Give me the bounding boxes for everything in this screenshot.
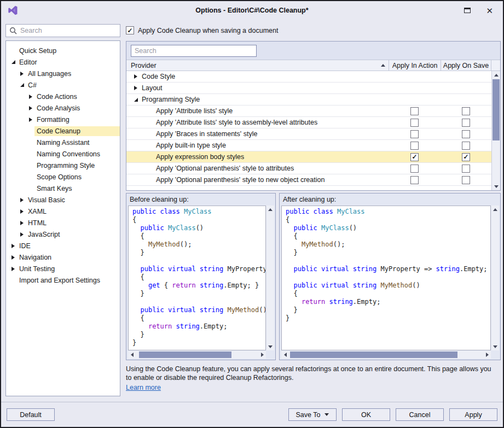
close-button[interactable]: ✕ xyxy=(486,7,493,15)
collapsed-icon[interactable] xyxy=(27,106,34,110)
in-action-checkbox[interactable] xyxy=(410,142,419,150)
tree-item-scope-options[interactable]: Scope Options xyxy=(6,171,120,183)
default-button[interactable]: Default xyxy=(7,408,55,421)
scroll-thumb[interactable] xyxy=(139,351,231,358)
provider-row-apply-optional-parenthesis-style-to-new-object-creation[interactable]: Apply 'Optional parenthesis' style to ne… xyxy=(126,174,491,186)
after-code-box[interactable]: public class MyClass{ public MyClass() {… xyxy=(281,206,491,350)
provider-row-apply-braces-in-statements-style[interactable]: Apply 'Braces in statements' style xyxy=(126,128,491,140)
tree-item-quick-setup[interactable]: Quick Setup xyxy=(6,45,120,56)
tree-item-formatting[interactable]: Formatting xyxy=(6,114,120,125)
collapsed-icon[interactable] xyxy=(9,267,17,271)
collapsed-icon[interactable] xyxy=(9,255,17,260)
tree-item-naming-conventions[interactable]: Naming Conventions xyxy=(6,148,120,160)
on-save-checkbox[interactable] xyxy=(462,165,470,173)
tree-item-label: Naming Conventions xyxy=(34,149,102,159)
tree-item-c#[interactable]: C# xyxy=(6,79,120,91)
tree-item-visual-basic[interactable]: Visual Basic xyxy=(6,194,120,206)
tree-item-import-and-export-settings[interactable]: Import and Export Settings xyxy=(6,274,120,286)
provider-group-row-programming-style[interactable]: Programming Style xyxy=(126,94,491,105)
on-save-checkbox[interactable] xyxy=(462,142,470,150)
tree-item-code-analysis[interactable]: Code Analysis xyxy=(6,102,120,114)
save-to-button[interactable]: Save To xyxy=(288,408,337,421)
scroll-down-button[interactable] xyxy=(491,343,499,350)
on-save-checkbox-cell xyxy=(441,165,491,173)
provider-column-header[interactable]: Provider xyxy=(126,60,389,71)
on-save-checkbox[interactable]: ✓ xyxy=(462,153,470,161)
in-action-checkbox[interactable]: ✓ xyxy=(410,153,419,161)
on-save-checkbox[interactable] xyxy=(462,107,470,115)
collapsed-icon[interactable] xyxy=(18,198,26,202)
scroll-up-button[interactable] xyxy=(492,71,500,79)
collapsed-icon[interactable] xyxy=(18,209,26,214)
collapsed-icon[interactable] xyxy=(132,86,140,90)
scroll-right-button[interactable] xyxy=(483,351,491,359)
learn-more-link[interactable]: Learn more xyxy=(126,383,161,392)
after-hscrollbar[interactable] xyxy=(281,351,491,359)
provider-row-apply-built-in-type-style[interactable]: Apply built-in type style xyxy=(126,140,491,151)
in-action-checkbox[interactable] xyxy=(410,176,419,184)
on-save-checkbox[interactable] xyxy=(462,176,470,184)
in-action-checkbox[interactable] xyxy=(410,107,419,115)
on-save-checkbox[interactable] xyxy=(462,130,470,138)
scroll-left-button[interactable] xyxy=(281,351,289,359)
in-action-checkbox[interactable] xyxy=(410,119,419,127)
code-line: } xyxy=(286,314,490,323)
expanded-icon[interactable] xyxy=(132,98,140,102)
scroll-thumb[interactable] xyxy=(290,351,457,358)
apply-button[interactable]: Apply xyxy=(449,408,497,421)
tree-item-ide[interactable]: IDE xyxy=(6,240,120,251)
maximize-button[interactable] xyxy=(464,8,471,13)
in-action-checkbox[interactable] xyxy=(410,165,419,173)
provider-row-apply-optional-parenthesis-style-to-attributes[interactable]: Apply 'Optional parenthesis' style to at… xyxy=(126,163,491,174)
tree-item-html[interactable]: HTML xyxy=(6,217,120,228)
scroll-left-button[interactable] xyxy=(128,351,136,359)
collapsed-icon[interactable] xyxy=(18,72,26,76)
grid-vscrollbar[interactable] xyxy=(491,71,500,190)
collapsed-icon[interactable] xyxy=(18,232,26,237)
tree-item-navigation[interactable]: Navigation xyxy=(6,251,120,263)
expanded-icon[interactable] xyxy=(18,83,26,87)
tree-item-editor[interactable]: Editor xyxy=(6,56,120,68)
scroll-down-button[interactable] xyxy=(492,183,500,190)
sidebar-search[interactable] xyxy=(5,24,120,37)
provider-row-apply-expression-body-styles[interactable]: Apply expression body styles✓✓ xyxy=(126,151,491,163)
collapsed-icon[interactable] xyxy=(18,221,26,225)
tree-item-naming-assistant[interactable]: Naming Assistant xyxy=(6,137,120,148)
provider-row-apply-attribute-lists-style[interactable]: Apply 'Attribute lists' style xyxy=(126,105,491,117)
cancel-button[interactable]: Cancel xyxy=(396,408,444,421)
collapsed-icon[interactable] xyxy=(9,244,17,248)
tree-item-smart-keys[interactable]: Smart Keys xyxy=(6,183,120,194)
row-label-cell: Apply expression body styles xyxy=(126,153,389,161)
collapsed-icon[interactable] xyxy=(132,74,140,79)
provider-row-apply-attribute-lists-style-to-assembly-level-attributes[interactable]: Apply 'Attribute lists' style to assembl… xyxy=(126,117,491,128)
apply-on-save-checkbox[interactable]: ✓ xyxy=(126,26,134,34)
apply-in-action-column-header[interactable]: Apply In Action xyxy=(389,60,441,71)
tree-item-javascript[interactable]: JavaScript xyxy=(6,228,120,240)
tree-item-unit-testing[interactable]: Unit Testing xyxy=(6,263,120,274)
ok-button[interactable]: OK xyxy=(342,408,390,421)
before-code-box[interactable]: public class MyClass{ public MyClass() {… xyxy=(128,206,266,350)
tree-item-programming-style[interactable]: Programming Style xyxy=(6,160,120,171)
provider-group-row-code-style[interactable]: Code Style xyxy=(126,71,491,83)
tree-item-xaml[interactable]: XAML xyxy=(6,206,120,217)
scroll-thumb[interactable] xyxy=(493,79,500,140)
collapsed-icon[interactable] xyxy=(27,118,34,122)
provider-group-row-layout[interactable]: Layout xyxy=(126,83,491,94)
before-vscrollbar[interactable] xyxy=(267,206,274,350)
apply-on-save-column-header[interactable]: Apply On Save xyxy=(441,60,491,71)
before-hscrollbar[interactable] xyxy=(128,351,266,359)
scroll-down-button[interactable] xyxy=(267,343,274,350)
on-save-checkbox[interactable] xyxy=(462,119,470,127)
scroll-right-button[interactable] xyxy=(258,351,266,359)
scroll-up-button[interactable] xyxy=(491,206,499,213)
tree-item-code-actions[interactable]: Code Actions xyxy=(6,91,120,102)
tree-item-all-languages[interactable]: All Languages xyxy=(6,68,120,79)
expanded-icon[interactable] xyxy=(9,60,17,64)
after-vscrollbar[interactable] xyxy=(491,206,499,350)
scroll-up-button[interactable] xyxy=(267,206,274,213)
tree-item-code-cleanup[interactable]: Code Cleanup xyxy=(6,125,120,137)
collapsed-icon[interactable] xyxy=(27,95,34,99)
in-action-checkbox[interactable] xyxy=(410,130,419,138)
provider-search-input[interactable] xyxy=(131,45,257,57)
sidebar-search-input[interactable] xyxy=(20,27,117,34)
